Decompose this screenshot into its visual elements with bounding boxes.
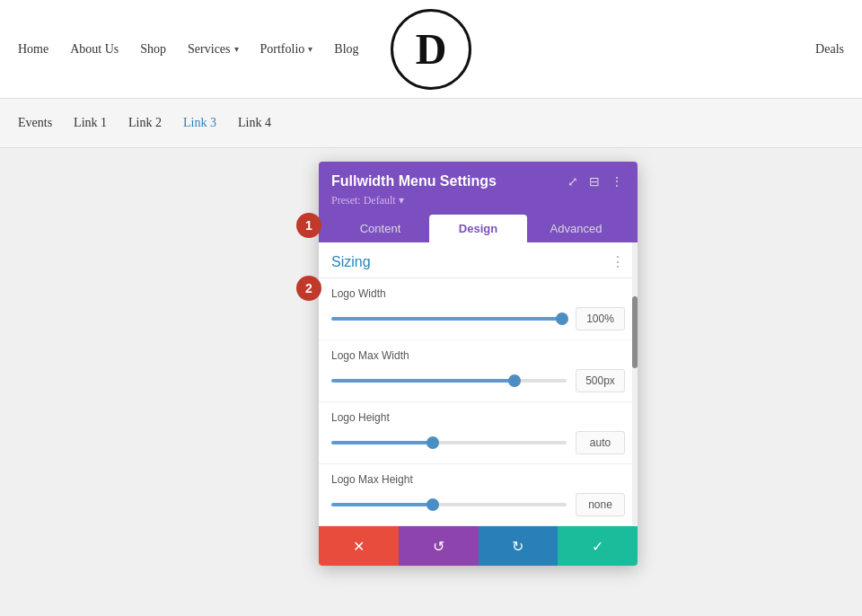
secondary-nav-events[interactable]: Events xyxy=(18,116,52,130)
confirm-button[interactable]: ✓ xyxy=(558,526,638,566)
secondary-nav-link1[interactable]: Link 1 xyxy=(74,116,107,130)
preset-dropdown-arrow: ▾ xyxy=(399,194,404,207)
panel-title: Fullwidth Menu Settings xyxy=(331,173,497,189)
slider-row-logo-max-height: none xyxy=(331,493,625,516)
nav-item-about[interactable]: About Us xyxy=(70,42,119,57)
panel-more-icon[interactable]: ⋮ xyxy=(609,172,625,190)
slider-row-logo-max-width: 500px xyxy=(331,369,625,392)
nav-item-deals[interactable]: Deals xyxy=(815,42,844,57)
scrollbar-thumb[interactable] xyxy=(632,296,638,368)
slider-group-logo-height: Logo Height auto xyxy=(319,402,638,464)
panel-expand-icon[interactable]: ⤢ xyxy=(566,172,580,190)
secondary-nav: Events Link 1 Link 2 Link 3 Link 4 xyxy=(0,99,862,148)
slider-thumb-logo-max-width[interactable] xyxy=(508,374,521,387)
tab-content[interactable]: Content xyxy=(331,215,429,242)
slider-value-logo-max-width: 500px xyxy=(576,369,625,392)
slider-label-logo-height: Logo Height xyxy=(331,411,625,424)
reset-button[interactable]: ↺ xyxy=(399,526,479,566)
panel-tabs: Content Design Advanced xyxy=(331,215,625,242)
section-more-icon[interactable]: ⋮ xyxy=(611,253,625,270)
panel-actions: ✕ ↺ ↻ ✓ xyxy=(319,526,638,566)
secondary-nav-link4[interactable]: Link 4 xyxy=(238,116,271,130)
slider-thumb-logo-height[interactable] xyxy=(427,436,439,449)
panel-title-row: Fullwidth Menu Settings ⤢ ⊟ ⋮ xyxy=(331,172,625,190)
panel-body: Sizing ⋮ Logo Width 100% xyxy=(319,242,638,526)
nav-item-blog[interactable]: Blog xyxy=(334,42,358,57)
secondary-nav-link2[interactable]: Link 2 xyxy=(128,116,162,130)
logo-center: D xyxy=(391,9,471,90)
cancel-button[interactable]: ✕ xyxy=(319,526,399,566)
slider-row-logo-height: auto xyxy=(331,431,625,454)
slider-track-logo-height[interactable] xyxy=(331,441,567,444)
services-dropdown-arrow: ▾ xyxy=(234,44,239,54)
slider-value-logo-width: 100% xyxy=(576,307,625,330)
slider-track-logo-max-width[interactable] xyxy=(331,379,567,383)
settings-panel: Fullwidth Menu Settings ⤢ ⊟ ⋮ Preset: De… xyxy=(319,162,638,566)
panel-layout-icon[interactable]: ⊟ xyxy=(587,172,602,190)
badge-2: 2 xyxy=(296,276,321,301)
nav-item-shop[interactable]: Shop xyxy=(140,42,166,57)
panel-header: Fullwidth Menu Settings ⤢ ⊟ ⋮ Preset: De… xyxy=(319,162,638,242)
nav-item-services[interactable]: Services ▾ xyxy=(188,42,238,57)
nav-item-home[interactable]: Home xyxy=(18,42,48,57)
nav-left: Home About Us Shop Services ▾ Portfolio … xyxy=(18,42,359,57)
panel-icons: ⤢ ⊟ ⋮ xyxy=(566,172,625,190)
slider-row-logo-width: 100% xyxy=(331,307,625,330)
slider-label-logo-max-height: Logo Max Height xyxy=(331,473,625,486)
slider-thumb-logo-width[interactable] xyxy=(556,312,568,325)
slider-track-logo-width[interactable] xyxy=(331,317,567,321)
nav-item-portfolio[interactable]: Portfolio ▾ xyxy=(260,42,313,57)
badge-1: 1 xyxy=(296,213,321,238)
panel-preset[interactable]: Preset: Default ▾ xyxy=(331,194,625,207)
logo-circle: D xyxy=(391,9,471,90)
slider-track-logo-max-height[interactable] xyxy=(331,503,567,506)
slider-group-logo-max-width: Logo Max Width 500px xyxy=(319,340,638,402)
slider-label-logo-width: Logo Width xyxy=(331,287,625,300)
slider-group-logo-max-height: Logo Max Height none xyxy=(319,464,638,526)
portfolio-dropdown-arrow: ▾ xyxy=(308,44,312,54)
secondary-nav-link3[interactable]: Link 3 xyxy=(183,116,216,130)
panel-body-scroll: Sizing ⋮ Logo Width 100% xyxy=(319,242,638,526)
main-content: 1 2 Fullwidth Menu Settings ⤢ ⊟ ⋮ Preset… xyxy=(0,148,862,616)
slider-group-logo-width: Logo Width 100% xyxy=(319,278,638,340)
top-nav: Home About Us Shop Services ▾ Portfolio … xyxy=(0,0,862,99)
redo-button[interactable]: ↻ xyxy=(479,526,559,566)
tab-design[interactable]: Design xyxy=(429,215,527,242)
tab-advanced[interactable]: Advanced xyxy=(527,215,625,242)
slider-label-logo-max-width: Logo Max Width xyxy=(331,349,625,362)
slider-value-logo-max-height: none xyxy=(576,493,625,516)
scrollbar-track[interactable] xyxy=(632,242,638,526)
slider-value-logo-height: auto xyxy=(576,431,625,454)
section-title: Sizing xyxy=(331,254,371,270)
slider-thumb-logo-max-height[interactable] xyxy=(427,498,439,511)
section-header: Sizing ⋮ xyxy=(319,242,638,278)
